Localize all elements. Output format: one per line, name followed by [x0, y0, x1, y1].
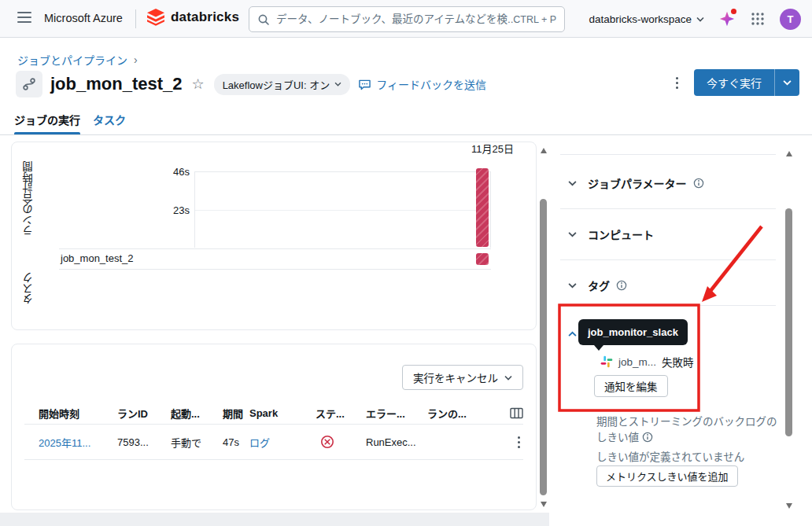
notification-trigger: 失敗時	[662, 354, 694, 370]
run-start-time-link[interactable]: 2025年11...	[39, 435, 117, 450]
databricks-jobs-page: Microsoft Azure databricks CTRL + P data…	[0, 0, 812, 526]
notification-destination-row[interactable]: job_m... 失敗時	[600, 354, 694, 370]
run-now-dropdown[interactable]	[774, 69, 799, 96]
databricks-wordmark: databricks	[171, 9, 239, 25]
chart-y-axis-label: ランの合計時間	[21, 153, 37, 245]
chevron-down-icon	[783, 79, 792, 86]
col-spark[interactable]: Spark	[249, 407, 316, 419]
panel-divider	[560, 208, 776, 209]
run-now-split-button: 今すぐ実行	[694, 69, 799, 96]
col-run-id[interactable]: ランID	[117, 406, 171, 421]
scroll-up-arrow[interactable]	[541, 148, 547, 153]
topbar-divider	[135, 9, 136, 28]
job-details-panel: ジョブパラメーター コンピュート	[559, 142, 777, 519]
scroll-down-arrow[interactable]	[541, 502, 547, 507]
breadcrumb: ジョブとパイプライン ›	[17, 52, 138, 68]
notification-destination-name: job_m...	[618, 356, 656, 368]
bottom-strip	[0, 513, 549, 526]
scroll-up-arrow[interactable]	[786, 151, 792, 156]
breadcrumb-jobs-link[interactable]: ジョブとパイプライン	[17, 52, 127, 68]
task-row-label[interactable]: job_mon_test_2	[61, 252, 134, 264]
scrollbar-thumb[interactable]	[540, 199, 547, 495]
table-divider	[24, 459, 523, 460]
chart-date-label: 11月25日	[471, 141, 514, 156]
section-job-parameters[interactable]: ジョブパラメーター	[559, 171, 777, 195]
spark-logs-link[interactable]: ログ	[249, 435, 316, 450]
run-duration-chart-card: ランの合計時間 タスク 46s 23s 11月25日 job_mon_test_…	[11, 142, 537, 330]
chevron-down-icon	[696, 17, 704, 22]
section-tags[interactable]: タグ	[559, 274, 777, 297]
tooltip-caret	[594, 345, 603, 351]
edit-notifications-button[interactable]: 通知を編集	[594, 375, 668, 397]
lakeflow-ui-toggle[interactable]: LakeflowジョブUI: オン	[214, 74, 351, 95]
workspace-name: databricks-workspace	[589, 13, 692, 25]
user-avatar[interactable]: T	[780, 9, 801, 30]
thresholds-empty-message: しきい値が定義されていません	[596, 448, 744, 464]
chevron-down-icon	[504, 375, 512, 381]
scroll-down-arrow[interactable]	[786, 503, 792, 509]
info-icon	[693, 178, 704, 189]
tab-bar: ジョブの実行 タスク	[0, 109, 812, 135]
workflow-icon	[22, 77, 36, 91]
panel-scrollbar[interactable]	[784, 143, 795, 517]
run-now-button[interactable]: 今すぐ実行	[694, 69, 774, 96]
databricks-logo-icon	[146, 8, 165, 27]
breadcrumb-separator: ›	[134, 53, 138, 66]
cancel-runs-button[interactable]: 実行をキャンセル	[402, 365, 523, 390]
databricks-logo[interactable]: databricks	[146, 8, 239, 27]
chart-tasks-section-label: タスク	[21, 270, 37, 307]
runs-table-header: 開始時刻 ランID 起動... 期間 Spark ステ... エラー... ラン…	[39, 402, 523, 424]
y-tick-46s: 46s	[150, 166, 190, 178]
page-title: job_mon_test_2	[50, 74, 183, 94]
col-duration[interactable]: 期間	[223, 406, 249, 421]
job-overflow-menu[interactable]	[673, 74, 681, 92]
gridline-23s	[194, 210, 491, 211]
scrollbar-thumb[interactable]	[785, 208, 792, 436]
tab-job-runs[interactable]: ジョブの実行	[14, 112, 80, 127]
columns-settings-icon[interactable]	[510, 407, 523, 419]
global-search[interactable]: CTRL + P	[249, 6, 565, 32]
run-id-cell: 7593...	[117, 436, 171, 448]
app-switcher-grid-icon[interactable]	[750, 11, 766, 27]
hamburger-menu-icon[interactable]	[17, 12, 31, 24]
chevron-up-icon	[568, 331, 577, 337]
col-start-time[interactable]: 開始時刻	[39, 406, 117, 421]
run-error-cell: RunExec...	[366, 436, 427, 448]
gridline-46s	[194, 171, 491, 172]
search-input[interactable]	[276, 13, 513, 25]
assistant-button[interactable]	[718, 10, 736, 28]
col-error[interactable]: エラー...	[366, 406, 427, 421]
plot-right-border	[490, 171, 491, 248]
workspace-selector[interactable]: databricks-workspace	[589, 13, 704, 25]
run-status-cell	[316, 435, 366, 449]
thresholds-title-text: 期間とストリーミングのバックログのしきい値	[596, 416, 777, 443]
section-label: コンピュート	[588, 226, 654, 242]
col-launched[interactable]: 起動...	[171, 406, 223, 421]
col-status[interactable]: ステ...	[316, 406, 366, 421]
chevron-down-icon	[334, 82, 341, 86]
section-compute[interactable]: コンピュート	[559, 223, 777, 246]
section-notifications-collapse[interactable]	[568, 327, 577, 340]
edit-notifications-label: 通知を編集	[604, 378, 658, 394]
duration-bar-47s[interactable]	[476, 168, 489, 247]
row-overflow-menu[interactable]	[515, 433, 523, 451]
feedback-label: フィードバックを送信	[376, 76, 486, 92]
task-row-bottom-border	[59, 269, 491, 270]
main-scrollbar[interactable]	[538, 143, 549, 513]
send-feedback-link[interactable]: フィードバックを送信	[358, 76, 486, 92]
task-run-bar[interactable]	[476, 253, 489, 265]
chevron-down-icon	[568, 231, 577, 237]
table-row[interactable]: 2025年11... 7593... 手動で 47s ログ RunExec...	[39, 425, 523, 459]
runs-table-card: 実行をキャンセル 開始時刻 ランID 起動... 期間 Spark ステ... …	[11, 344, 537, 510]
col-run-params[interactable]: ランの...	[427, 406, 498, 421]
thresholds-title: 期間とストリーミングのバックログのしきい値	[596, 414, 787, 446]
add-metric-threshold-button[interactable]: メトリクスしきい値を追加	[596, 465, 738, 487]
add-metric-threshold-label: メトリクスしきい値を追加	[606, 469, 729, 484]
search-shortcut-hint: CTRL + P	[513, 14, 556, 25]
favorite-star-icon[interactable]: ☆	[192, 75, 205, 93]
y-tick-23s: 23s	[150, 204, 190, 216]
tab-tasks[interactable]: タスク	[93, 112, 126, 127]
panel-divider	[560, 259, 776, 260]
info-icon	[616, 280, 627, 291]
search-icon	[257, 13, 270, 26]
